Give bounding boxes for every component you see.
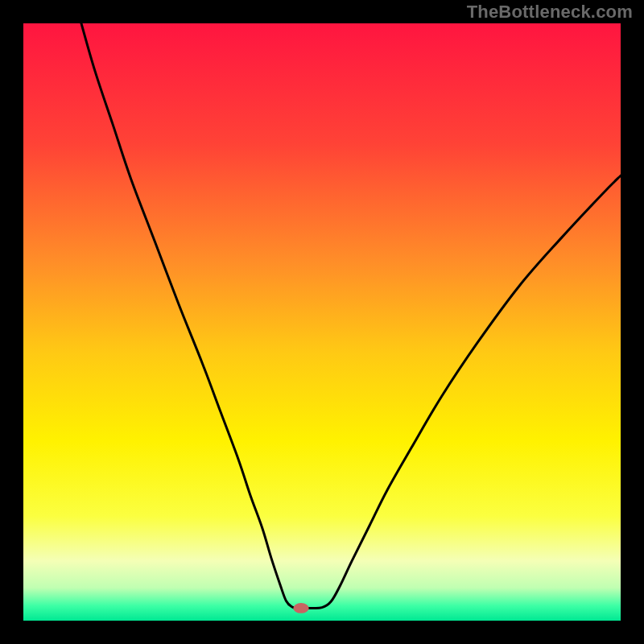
gradient-background <box>23 23 621 621</box>
optimal-point-marker <box>293 603 308 613</box>
bottleneck-chart <box>23 23 621 621</box>
attribution-text: TheBottleneck.com <box>467 2 633 23</box>
chart-frame: TheBottleneck.com <box>0 0 644 644</box>
